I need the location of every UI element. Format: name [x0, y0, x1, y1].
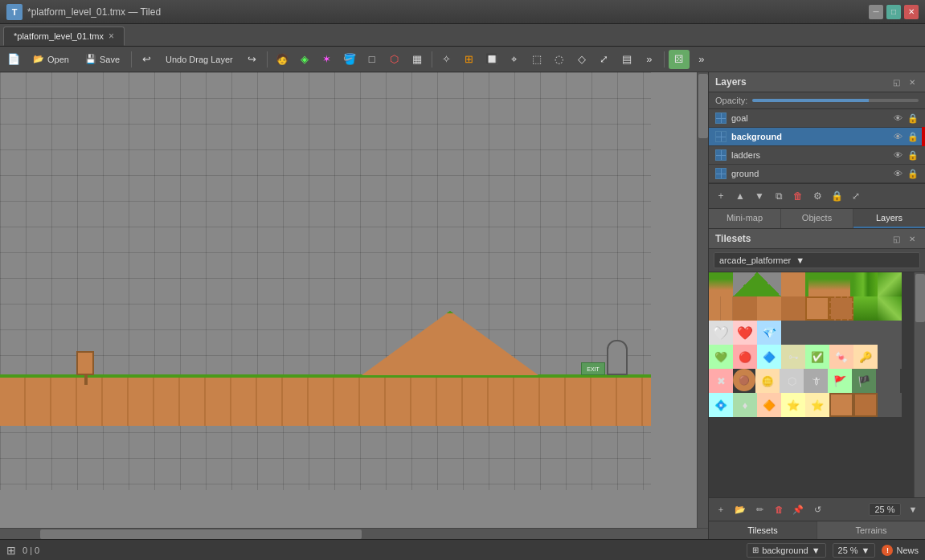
- tileset-delete-btn[interactable]: 🗑: [770, 501, 788, 518]
- layers-properties-button[interactable]: ⚙: [808, 187, 826, 205]
- erase-tool[interactable]: ⬡: [384, 50, 405, 69]
- tile[interactable]: [781, 272, 805, 296]
- maximize-button[interactable]: □: [886, 5, 901, 19]
- tile-flag-green[interactable]: 🚩: [828, 369, 852, 393]
- tile-gem-orange[interactable]: 🔶: [757, 393, 781, 417]
- tile-check[interactable]: ✅: [805, 345, 829, 369]
- new-button[interactable]: 📄: [3, 50, 24, 69]
- zoom-select-dropdown[interactable]: 25 % ▼: [833, 543, 876, 558]
- close-button[interactable]: ✕: [904, 5, 919, 19]
- tile[interactable]: [805, 296, 829, 321]
- tile-empty-5[interactable]: [878, 321, 902, 345]
- tile-heart-outline[interactable]: 🤍: [709, 321, 733, 345]
- layer-lock-ground[interactable]: 🔒: [907, 169, 919, 179]
- overflow-btn-2[interactable]: »: [691, 50, 712, 69]
- opacity-slider[interactable]: [752, 99, 919, 102]
- minimize-button[interactable]: ─: [869, 5, 883, 19]
- layers-lock-button[interactable]: 🔒: [828, 187, 845, 205]
- tile[interactable]: [829, 296, 853, 321]
- snap-tool[interactable]: ⌖: [504, 50, 525, 69]
- tile-empty-3[interactable]: [829, 321, 853, 345]
- layer-item-goal[interactable]: goal 👁 🔒: [709, 109, 925, 128]
- tileset-embed-btn[interactable]: 📌: [789, 501, 807, 518]
- tile-sword[interactable]: 🗡: [804, 369, 828, 393]
- layer-visibility-ground[interactable]: 👁: [894, 169, 902, 178]
- layer-visibility-goal[interactable]: 👁: [894, 113, 902, 123]
- tile[interactable]: [829, 272, 853, 296]
- tileset-dropdown[interactable]: arcade_platformer ▼: [714, 252, 920, 268]
- terrain-tool[interactable]: ◈: [294, 50, 315, 69]
- tile-gem-teal[interactable]: 💠: [709, 393, 733, 417]
- bottom-tab-tilesets[interactable]: Tilesets: [709, 521, 817, 539]
- map-canvas-area[interactable]: EXIT: [0, 72, 697, 528]
- stamp-tool[interactable]: 🧑: [272, 50, 293, 69]
- tile[interactable]: [853, 296, 878, 321]
- tileset-open-btn[interactable]: 📂: [731, 501, 749, 518]
- more-tool-1[interactable]: ▤: [616, 50, 637, 69]
- layer-lock-background[interactable]: 🔒: [907, 132, 919, 142]
- tile-crate[interactable]: [829, 393, 853, 417]
- tile[interactable]: [878, 272, 902, 296]
- hscroll-thumb[interactable]: [40, 529, 362, 539]
- settings-tool[interactable]: ◇: [571, 50, 592, 69]
- tile-coin-gold[interactable]: 🪙: [755, 369, 780, 393]
- grid-tool[interactable]: ⊞: [459, 50, 480, 69]
- object-tool[interactable]: ◌: [549, 50, 570, 69]
- tab-layers[interactable]: Layers: [853, 209, 925, 228]
- anim-tool[interactable]: ▦: [407, 50, 428, 69]
- tile-gem-blue[interactable]: 💎: [757, 321, 781, 345]
- open-button[interactable]: 📂 Open: [26, 50, 76, 69]
- layer-item-ladders[interactable]: ladders 👁 🔒: [709, 146, 925, 165]
- tile[interactable]: [757, 272, 781, 296]
- dice-tool[interactable]: ⚄: [669, 50, 690, 69]
- undo-drag-button[interactable]: Undo Drag Layer: [158, 50, 240, 69]
- view-tool[interactable]: 🔲: [481, 50, 502, 69]
- tileset-content[interactable]: 🤍 ❤️ 💎 💚 🔴 �: [709, 272, 914, 497]
- vscroll-thumb[interactable]: [698, 74, 708, 138]
- tile[interactable]: [853, 272, 878, 296]
- layer-select-dropdown[interactable]: ⊞ background ▼: [747, 543, 825, 558]
- tile-key-gold[interactable]: 🔑: [853, 345, 878, 369]
- tileset-vertical-scrollbar[interactable]: [914, 272, 925, 497]
- tileset-edit-btn[interactable]: ✏: [751, 501, 768, 518]
- layers-down-button[interactable]: ▼: [751, 187, 768, 205]
- layer-visibility-background[interactable]: 👁: [894, 132, 902, 141]
- fill-tool[interactable]: 🪣: [339, 50, 360, 69]
- tile-empty-4[interactable]: [853, 321, 878, 345]
- tile-coin-bronze[interactable]: 🟤: [733, 369, 755, 391]
- tile-empty-2[interactable]: [805, 321, 829, 345]
- tileset-vscroll-thumb[interactable]: [915, 274, 925, 322]
- layers-delete-button[interactable]: 🗑: [789, 187, 807, 205]
- rect-tool[interactable]: □: [362, 50, 383, 69]
- tile-gem-grey[interactable]: ⬡: [780, 369, 804, 393]
- tab-minimap[interactable]: Mini-map: [709, 209, 781, 228]
- tilesets-close-button[interactable]: ✕: [906, 232, 919, 245]
- overflow-btn[interactable]: »: [639, 50, 660, 69]
- tileset-refresh-btn[interactable]: ↺: [808, 501, 826, 518]
- tab-objects[interactable]: Objects: [781, 209, 853, 228]
- layer-visibility-ladders[interactable]: 👁: [894, 150, 902, 160]
- extra-tool[interactable]: ⤢: [594, 50, 615, 69]
- tile-empty-6[interactable]: [878, 345, 902, 369]
- layer-item-ground[interactable]: ground 👁 🔒: [709, 165, 925, 183]
- layers-up-button[interactable]: ▲: [731, 187, 749, 205]
- layers-merge-button[interactable]: ⤢: [847, 187, 865, 205]
- redo-button[interactable]: ↪: [242, 50, 263, 69]
- tile-flag-dark[interactable]: 🏴: [852, 369, 876, 393]
- layer-lock-ladders[interactable]: 🔒: [907, 150, 919, 161]
- tile-empty[interactable]: [781, 321, 805, 345]
- tile[interactable]: [878, 296, 902, 321]
- vertical-scrollbar[interactable]: [697, 72, 708, 528]
- undo-button[interactable]: ↩: [136, 50, 157, 69]
- tile-empty-7[interactable]: [876, 369, 900, 393]
- tile-gem-green2[interactable]: ♦: [733, 393, 757, 417]
- horizontal-scrollbar[interactable]: [0, 528, 708, 539]
- layer-item-background[interactable]: background 👁 🔒: [709, 128, 925, 146]
- save-button[interactable]: 💾 Save: [78, 50, 127, 69]
- tile[interactable]: [805, 272, 829, 296]
- tileset-zoom-dropdown[interactable]: ▼: [904, 501, 922, 518]
- tile-candy[interactable]: 🍬: [829, 345, 853, 369]
- tile[interactable]: [757, 296, 781, 321]
- tile-gem-red[interactable]: 🔴: [733, 345, 757, 369]
- tile[interactable]: [733, 296, 757, 321]
